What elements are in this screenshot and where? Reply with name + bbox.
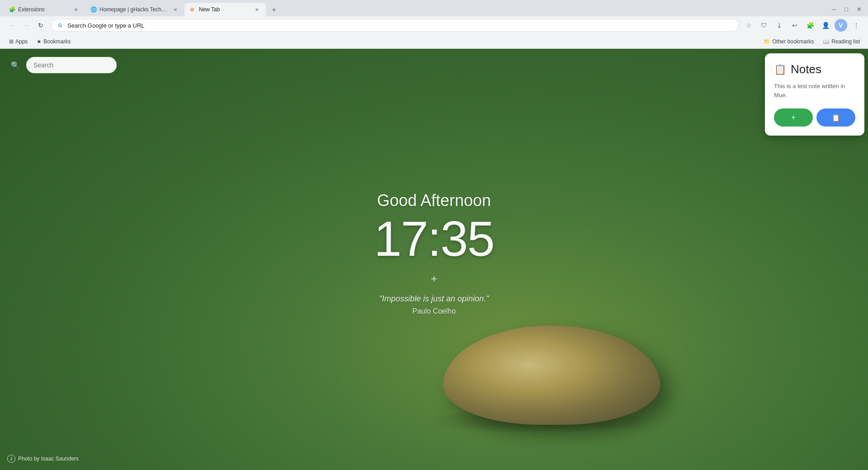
tab-newtab-close[interactable]: ✕ (253, 6, 260, 13)
info-icon[interactable]: i (7, 455, 15, 463)
reading-list-item[interactable]: 📖 Reading list (820, 38, 863, 46)
address-bar-right: ☆ 🛡 ⤓ ↩ 🧩 👤 V ⋮ (742, 19, 863, 32)
maximize-button[interactable]: □ (841, 4, 852, 14)
plus-icon: + (426, 271, 442, 287)
menu-button[interactable]: ⋮ (850, 19, 863, 32)
greeting-text: Good Afternoon (374, 191, 494, 210)
photo-credit: i Photo by Isaac Saunders (7, 455, 79, 463)
forward-button[interactable]: → (20, 19, 33, 32)
add-tab-button[interactable]: + (268, 4, 280, 16)
url-text: Search Google or type a URL (67, 22, 733, 29)
bookmark-page-button[interactable]: ☆ (742, 19, 755, 32)
center-content: Good Afternoon 17:35 + "Impossible is ju… (374, 191, 494, 315)
notes-add-icon: + (791, 113, 795, 122)
rock-body (443, 325, 660, 425)
tab-ghacks-close[interactable]: ✕ (172, 6, 179, 13)
bookmarks-label: Bookmarks (43, 38, 71, 45)
clock-display: 17:35 (374, 214, 494, 263)
notes-copy-button[interactable]: 📋 (816, 108, 855, 127)
notes-panel: 📋 Notes This is a test note written in M… (765, 53, 864, 136)
tab-newtab[interactable]: ⊕ New Tab ✕ (184, 3, 266, 16)
search-icon: 🔍 (8, 58, 23, 72)
new-tab-page: 🔍 ⛶ ☆ 📋 ↻ ⚙ Good Afternoon 17:35 + "Impo… (0, 49, 868, 470)
close-button[interactable]: ✕ (854, 4, 864, 14)
notes-copy-icon: 📋 (831, 113, 840, 122)
url-bar[interactable]: G Search Google or type a URL (51, 19, 739, 32)
tab-ghacks-title: Homepage | gHacks Technology... (99, 6, 169, 13)
nav-buttons: ← → ↻ (5, 19, 47, 32)
tab-extensions-close[interactable]: ✕ (72, 6, 80, 13)
newtab-favicon: ⊕ (190, 6, 196, 13)
apps-icon: ⊞ (9, 38, 14, 45)
apps-label: Apps (15, 38, 28, 45)
other-bookmarks-label: Other bookmarks (772, 38, 814, 45)
reading-list-icon: 📖 (823, 38, 830, 45)
quote-author: Paulo Coelho (374, 307, 494, 315)
notes-actions: + 📋 (774, 108, 855, 127)
tab-extensions-title: Extensions (18, 6, 70, 13)
download-button[interactable]: ⤓ (773, 19, 786, 32)
notes-panel-icon: 📋 (774, 64, 786, 75)
notes-add-button[interactable]: + (774, 108, 813, 127)
tab-bar: 🧩 Extensions ✕ 🌐 Homepage | gHacks Techn… (0, 0, 868, 16)
browser-chrome: 🧩 Extensions ✕ 🌐 Homepage | gHacks Techn… (0, 0, 868, 49)
reload-button[interactable]: ↻ (34, 19, 47, 32)
bookmarks-bar: ⊞ Apps ★ Bookmarks 📁 Other bookmarks 📖 R… (0, 34, 868, 49)
add-widget-button[interactable]: + (374, 271, 494, 287)
notes-panel-title: Notes (791, 62, 821, 76)
bookmarks-bookmarks[interactable]: ★ Bookmarks (33, 37, 74, 47)
address-bar: ← → ↻ G Search Google or type a URL ☆ 🛡 … (0, 16, 868, 34)
notes-header: 📋 Notes (774, 62, 855, 76)
extensions-button[interactable]: 🧩 (804, 19, 816, 32)
other-bookmarks-icon: 📁 (764, 38, 770, 45)
reading-list-label: Reading list (831, 38, 860, 45)
sync-button[interactable]: 👤 (819, 19, 832, 32)
profile-button[interactable]: V (835, 19, 847, 32)
extensions-favicon: 🧩 (9, 6, 15, 13)
tab-newtab-title: New Tab (199, 6, 250, 13)
google-g-icon: G (57, 22, 64, 29)
ghacks-favicon: 🌐 (90, 6, 97, 13)
quote-text: "Impossible is just an opinion." (374, 294, 494, 304)
photo-credit-text: Photo by Isaac Saunders (18, 456, 79, 462)
search-container: 🔍 (8, 57, 117, 73)
notes-panel-content: This is a test note written in Mue. (774, 82, 855, 99)
other-bookmarks-item[interactable]: 📁 Other bookmarks (761, 38, 816, 46)
star-bookmark-icon: ★ (37, 38, 42, 45)
minimize-button[interactable]: ─ (828, 4, 839, 14)
bookmarks-bar-right: 📁 Other bookmarks 📖 Reading list (761, 38, 863, 46)
browser-guard-icon[interactable]: 🛡 (758, 19, 770, 32)
tab-bar-right-controls: ─ □ ✕ (828, 4, 864, 16)
tab-extensions[interactable]: 🧩 Extensions ✕ (4, 3, 85, 16)
tab-ghacks[interactable]: 🌐 Homepage | gHacks Technology... ✕ (85, 3, 184, 16)
back-button[interactable]: ← (5, 19, 18, 32)
back-history-button[interactable]: ↩ (788, 19, 801, 32)
search-input[interactable] (26, 57, 117, 73)
bookmarks-apps[interactable]: ⊞ Apps (5, 37, 31, 47)
